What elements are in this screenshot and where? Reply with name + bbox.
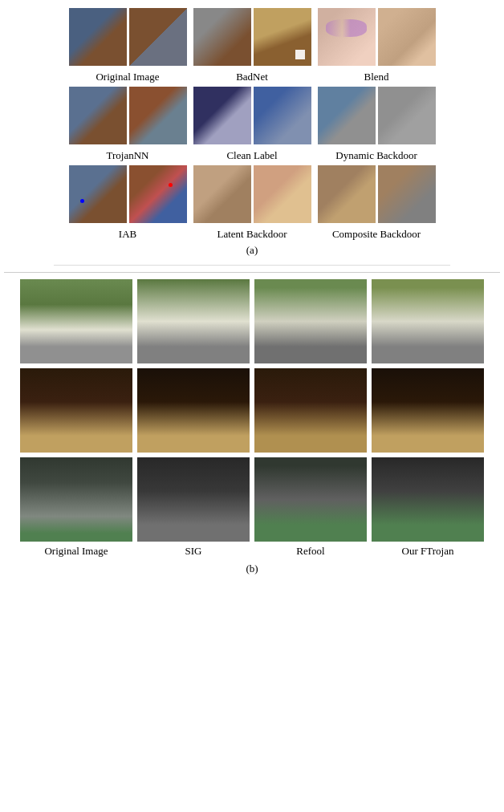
caption-blend: Blend	[364, 71, 388, 83]
img-pair-clean-label	[193, 87, 311, 144]
caption-trojannn: TrojanNN	[107, 149, 149, 162]
img-badnet-1	[193, 8, 251, 66]
img-van-ftrojan	[372, 279, 484, 363]
group-composite-backdoor: Composite Backdoor	[318, 165, 436, 241]
img-wine-refool	[254, 368, 367, 453]
group-clean-label: Clean Label	[193, 87, 311, 162]
img-dynamic-1	[318, 87, 376, 144]
img-van-sig	[137, 279, 250, 363]
img-pair-composite	[318, 165, 436, 223]
row-1: Original Image BadNet Blend	[4, 8, 500, 83]
bear-refool-group: Refool	[254, 457, 367, 558]
grid-row-bear: Original Image SIG Refool Our FTrojan	[4, 457, 500, 558]
img-bear-refool	[254, 457, 367, 542]
img-wine-sig	[137, 368, 250, 453]
img-trojannn-2	[129, 87, 187, 144]
img-composite-1	[318, 165, 376, 223]
img-badnet-2	[254, 8, 311, 66]
img-van-refool	[254, 279, 367, 363]
img-iab-1	[69, 165, 127, 223]
caption-badnet: BadNet	[236, 71, 268, 83]
img-wine-ftrojan	[372, 368, 484, 453]
caption-composite: Composite Backdoor	[332, 228, 421, 241]
caption-original: Original Image	[96, 71, 159, 83]
group-trojannn: TrojanNN	[69, 87, 187, 162]
caption-bear-ftrojan: Our FTrojan	[402, 545, 454, 558]
img-wine-orig	[20, 368, 132, 453]
caption-bear-sig: SIG	[185, 545, 202, 558]
bear-orig-group: Original Image	[20, 457, 132, 558]
img-clean-label-2	[254, 87, 311, 144]
img-pair-iab	[69, 165, 187, 223]
img-trojannn-1	[69, 87, 127, 144]
img-original-1	[69, 8, 127, 66]
bear-sig-group: SIG	[137, 457, 250, 558]
group-badnet: BadNet	[193, 8, 311, 83]
img-pair-blend	[318, 8, 436, 66]
img-clean-label-1	[193, 87, 251, 144]
group-latent-backdoor: Latent Backdoor	[193, 165, 311, 241]
grid-row-van	[4, 279, 500, 363]
img-blend-1	[318, 8, 376, 66]
section-divider	[54, 265, 450, 266]
img-bear-orig	[20, 457, 132, 542]
row-2: TrojanNN Clean Label Dynamic Backdoor	[4, 87, 500, 162]
img-bear-ftrojan	[372, 457, 484, 542]
img-iab-2	[129, 165, 187, 223]
img-latent-1	[193, 165, 251, 223]
img-dynamic-2	[378, 87, 436, 144]
img-bear-sig	[137, 457, 250, 542]
img-van-orig	[20, 279, 132, 363]
group-blend: Blend	[318, 8, 436, 83]
img-pair-badnet	[193, 8, 311, 66]
section-a: Original Image BadNet Blend	[4, 8, 500, 257]
img-pair-latent	[193, 165, 311, 223]
fig-label-b: (b)	[4, 562, 500, 575]
caption-clean-label: Clean Label	[226, 149, 277, 162]
img-blend-2	[378, 8, 436, 66]
group-dynamic-backdoor: Dynamic Backdoor	[318, 87, 436, 162]
caption-dynamic: Dynamic Backdoor	[335, 149, 417, 162]
caption-iab: IAB	[119, 228, 136, 241]
row-3: IAB Latent Backdoor Composite Backdoor	[4, 165, 500, 241]
img-composite-2	[378, 165, 436, 223]
img-pair-trojannn	[69, 87, 187, 144]
img-pair-original	[69, 8, 187, 66]
group-iab: IAB	[69, 165, 187, 241]
section-b: Original Image SIG Refool Our FTrojan (b…	[4, 272, 500, 575]
img-pair-dynamic	[318, 87, 436, 144]
img-latent-2	[254, 165, 311, 223]
fig-label-a: (a)	[4, 244, 500, 257]
figure-container: Original Image BadNet Blend	[0, 0, 504, 590]
bear-ftrojan-group: Our FTrojan	[372, 457, 484, 558]
caption-latent: Latent Backdoor	[217, 228, 287, 241]
grid-row-wine	[4, 368, 500, 453]
caption-bear-refool: Refool	[296, 545, 324, 558]
img-original-2	[129, 8, 187, 66]
group-original-image: Original Image	[69, 8, 187, 83]
caption-bear-orig: Original Image	[44, 545, 108, 558]
